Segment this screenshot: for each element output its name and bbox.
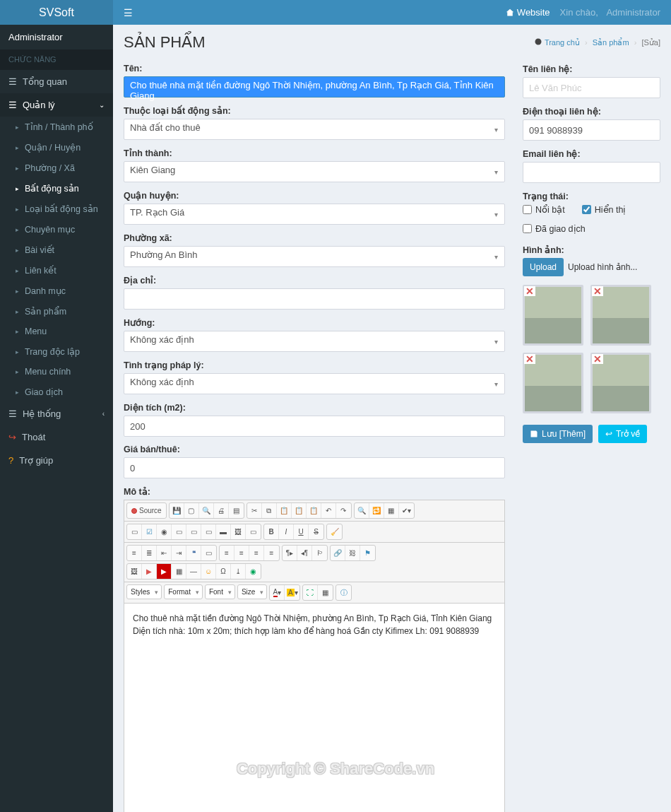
sidebar-toggle-icon[interactable]: ☰ [124,7,133,18]
table-icon[interactable]: ▦ [172,564,186,579]
editor-source-button[interactable]: Source [127,503,166,518]
maximize-icon[interactable]: ⛶ [303,585,318,600]
print-icon[interactable]: 🖨 [214,503,229,518]
iframe-icon[interactable]: ◉ [246,564,261,579]
input-emaillh[interactable] [523,162,660,183]
sidebar-sub-item[interactable]: ▸Phường / Xã [0,158,113,178]
removeformat-icon[interactable]: 🧹 [327,524,342,539]
sidebar-sub-item[interactable]: ▸Trang độc lập [0,341,113,362]
size-dropdown[interactable]: Size [237,584,267,599]
replace-icon[interactable]: 🔁 [369,503,384,518]
find-icon[interactable]: 🔍 [355,503,369,518]
upload-button[interactable]: Upload [523,258,564,276]
user-greeting[interactable]: Xin chào, Administrator [560,7,660,18]
sidebar-sub-item[interactable]: ▸Giao dịch [0,382,113,402]
bulletlist-icon[interactable]: ≣ [142,546,157,560]
center-align-icon[interactable]: ≡ [234,546,249,560]
ltr-icon[interactable]: ¶▸ [283,546,297,560]
sidebar-sub-item[interactable]: ▸Chuyên mục [0,219,113,240]
justify-icon[interactable]: ≡ [264,546,279,560]
strike-icon[interactable]: S [309,524,323,539]
spellcheck-icon[interactable]: ✔▾ [399,503,414,518]
checkbox-icon[interactable]: ☑ [142,524,157,539]
italic-icon[interactable]: I [279,524,294,539]
input-dtlh[interactable] [523,119,660,141]
editor-body[interactable]: Cho thuê nhà mặt tiền đường Ngô Thời Nhi… [124,604,504,812]
div-icon[interactable]: ▭ [201,546,216,560]
select-loai[interactable]: Nhà đất cho thuê [124,119,505,140]
copy-icon[interactable]: ⧉ [262,503,277,518]
sidebar-sub-item[interactable]: ▸Bất động sản [0,178,113,199]
sidebar-sub-item[interactable]: ▸Bài viết [0,240,113,260]
bold-icon[interactable]: B [264,524,279,539]
input-ten[interactable]: Cho thuê nhà mặt tiền đường Ngô Thời Nhi… [124,76,505,98]
sidebar-sub-item[interactable]: ▸Liên kết [0,260,113,281]
checkbox-hienthi[interactable]: Hiển thị [582,204,627,215]
textcolor-icon[interactable]: A▾ [270,585,285,600]
select-phuong[interactable]: Phường An Bình [124,246,505,267]
paste-icon[interactable]: 📋 [277,503,292,518]
underline-icon[interactable]: U [294,524,309,539]
left-align-icon[interactable]: ≡ [220,546,234,560]
back-button[interactable]: ↩ Trở về [598,425,647,443]
about-icon[interactable]: ⓘ [336,585,351,600]
delete-image-icon[interactable]: ✕ [592,286,603,296]
breadcrumb-mid[interactable]: Sản phẩm [593,38,629,47]
form-icon[interactable]: ▭ [127,524,142,539]
select-quan[interactable]: TP. Rạch Giá [124,204,505,225]
save-button[interactable]: Lưu [Thêm] [523,425,593,443]
breadcrumb-home[interactable]: Trang chủ [545,38,580,47]
cut-icon[interactable]: ✂ [247,503,262,518]
newpage-icon[interactable]: ▢ [184,503,199,518]
hr-icon[interactable]: — [186,564,201,579]
sidebar-sub-item[interactable]: ▸Danh mục [0,281,113,301]
preview-icon[interactable]: 🔍 [199,503,214,518]
checkbox-dagiaodich[interactable]: Đã giao dịch [523,223,586,234]
website-link[interactable]: Website [506,7,550,18]
pagebreak-icon[interactable]: ⤓ [231,564,246,579]
textarea-icon[interactable]: ▭ [186,524,201,539]
delete-image-icon[interactable]: ✕ [524,286,535,296]
button-icon[interactable]: ▬ [216,524,231,539]
delete-image-icon[interactable]: ✕ [592,354,603,364]
right-align-icon[interactable]: ≡ [249,546,264,560]
image-thumb[interactable]: ✕ [523,285,583,346]
redo-icon[interactable]: ↷ [336,503,351,518]
input-tenlh[interactable] [523,77,660,98]
image-thumb[interactable]: ✕ [523,353,583,413]
specialchar-icon[interactable]: Ω [216,564,231,579]
checkbox-noibat[interactable]: Nổi bật [523,204,565,215]
sidebar-sub-item[interactable]: ▸Menu [0,322,113,341]
sidebar-manage[interactable]: ☰ Quản lý ⌄ [0,93,113,117]
rtl-icon[interactable]: ◂¶ [297,546,312,560]
sidebar-help[interactable]: ? Trợ giúp [0,449,113,472]
outdent-icon[interactable]: ⇤ [157,546,172,560]
unlink-icon[interactable]: ⛓ [345,546,360,560]
select-tinh[interactable]: Kiên Giang [124,161,505,182]
textfield-icon[interactable]: ▭ [172,524,186,539]
save-icon[interactable]: 💾 [170,503,184,518]
templates-icon[interactable]: ▤ [229,503,244,518]
language-icon[interactable]: 🏳 [312,546,327,560]
image-thumb[interactable]: ✕ [590,285,651,346]
brand-logo[interactable]: SVSoft [0,0,113,25]
sidebar-exit[interactable]: ↪ Thoát [0,425,113,449]
sidebar-sub-item[interactable]: ▸Sản phẩm [0,301,113,322]
sidebar-sub-item[interactable]: ▸Loại bất động sản [0,199,113,219]
delete-image-icon[interactable]: ✕ [524,354,535,364]
select-phaply[interactable]: Không xác định [124,373,505,394]
format-dropdown[interactable]: Format [164,584,203,599]
radio-icon[interactable]: ◉ [157,524,172,539]
undo-icon[interactable]: ↶ [321,503,336,518]
sidebar-sub-item[interactable]: ▸Menu chính [0,362,113,382]
link-icon[interactable]: 🔗 [331,546,345,560]
image-icon[interactable]: 🖼 [127,564,142,579]
input-diachi[interactable] [124,288,505,310]
anchor-icon[interactable]: ⚑ [360,546,375,560]
select-huong[interactable]: Không xác định [124,331,505,352]
select-field-icon[interactable]: ▭ [201,524,216,539]
sidebar-system[interactable]: ☰ Hệ thống ‹ [0,402,113,425]
flash-icon[interactable]: ▶ [142,564,157,579]
font-dropdown[interactable]: Font [205,584,235,599]
youtube-icon[interactable]: ▶ [157,564,172,579]
